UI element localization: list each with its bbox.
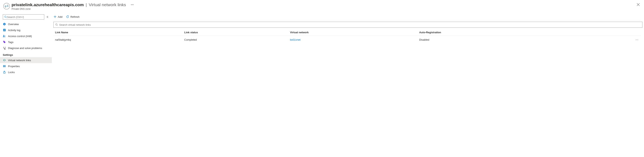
vnet-link[interactable]: bx01vnet — [290, 38, 300, 41]
vnet-links-table: Link Name Link status Virtual network Au… — [54, 29, 641, 44]
add-button[interactable]: Add — [54, 15, 62, 18]
sidebar-group-settings: Settings — [0, 51, 52, 57]
svg-rect-15 — [5, 65, 6, 67]
svg-rect-16 — [4, 72, 6, 73]
sidebar-item-diagnose[interactable]: Diagnose and solve problems — [0, 45, 52, 51]
breadcrumb: Private DNS zone — [12, 8, 134, 10]
search-icon — [55, 23, 58, 26]
filter-search-input[interactable] — [59, 23, 640, 26]
sidebar-item-label: Overview — [8, 23, 19, 26]
svg-rect-6 — [4, 30, 5, 30]
access-control-icon — [3, 34, 6, 38]
resource-icon — [3, 3, 10, 10]
svg-rect-13 — [3, 65, 4, 67]
close-button[interactable] — [636, 3, 640, 6]
row-more-button[interactable]: ··· — [631, 36, 641, 44]
th-link-name[interactable]: Link Name — [54, 29, 183, 36]
sidebar-item-virtual-network-links[interactable]: Virtual network links — [0, 57, 52, 63]
cell-link-name: naf3taikjymkq — [54, 36, 183, 44]
svg-line-2 — [6, 17, 7, 18]
sidebar-item-locks[interactable]: Locks — [0, 69, 52, 75]
th-link-status[interactable]: Link status — [183, 29, 288, 36]
th-auto-registration[interactable]: Auto-Registration — [418, 29, 631, 36]
activity-log-icon — [3, 28, 6, 32]
sidebar-item-access-control[interactable]: Access control (IAM) — [0, 33, 52, 39]
toolbar: Add Refresh — [52, 12, 641, 20]
svg-rect-8 — [4, 31, 4, 31]
filter-search[interactable] — [54, 22, 642, 28]
th-virtual-network[interactable]: Virtual network — [288, 29, 418, 36]
overview-icon — [3, 22, 6, 26]
table-row[interactable]: naf3taikjymkq Completed bx01vnet Disable… — [54, 36, 641, 44]
svg-point-4 — [4, 24, 5, 24]
add-button-label: Add — [58, 15, 62, 18]
svg-point-12 — [5, 48, 6, 49]
main-content: Add Refresh Link Name Link status Virtua… — [52, 12, 644, 75]
diagnose-icon — [3, 46, 6, 50]
tags-icon — [3, 40, 6, 44]
title-section: Virtual network links — [89, 2, 126, 7]
svg-point-1 — [4, 16, 6, 18]
sidebar-item-activity-log[interactable]: Activity log — [0, 27, 52, 33]
page-title: privatelink.azurehealthcareapis.com | Vi… — [12, 2, 134, 8]
refresh-button[interactable]: Refresh — [66, 15, 80, 18]
sidebar-search[interactable] — [3, 14, 44, 20]
sidebar-item-label: Virtual network links — [8, 59, 31, 62]
sidebar-item-tags[interactable]: Tags — [0, 39, 52, 45]
svg-point-9 — [4, 35, 4, 36]
sidebar-item-overview[interactable]: Overview — [0, 21, 52, 27]
refresh-icon — [66, 15, 69, 18]
svg-point-17 — [56, 24, 57, 25]
sidebar-item-label: Access control (IAM) — [8, 35, 32, 38]
cell-link-status: Completed — [183, 36, 288, 44]
vnet-links-icon — [3, 58, 6, 62]
locks-icon — [3, 70, 6, 74]
plus-icon — [54, 15, 56, 18]
title-separator: | — [86, 2, 87, 7]
header-more-button[interactable]: ··· — [131, 2, 134, 8]
cell-virtual-network: bx01vnet — [288, 36, 418, 44]
refresh-button-label: Refresh — [70, 15, 80, 18]
sidebar-search-input[interactable] — [7, 16, 43, 18]
sidebar-item-label: Tags — [8, 41, 13, 44]
divider — [54, 20, 641, 20]
sidebar-item-label: Locks — [8, 71, 15, 74]
search-icon — [4, 16, 7, 18]
page-header: privatelink.azurehealthcareapis.com | Vi… — [0, 0, 644, 12]
title-resource-name: privatelink.azurehealthcareapis.com — [12, 2, 84, 7]
sidebar-item-label: Properties — [8, 65, 20, 68]
cell-auto-registration: Disabled — [418, 36, 631, 44]
sidebar-item-label: Diagnose and solve problems — [8, 46, 42, 50]
collapse-sidebar-button[interactable] — [46, 15, 49, 18]
svg-rect-14 — [4, 65, 5, 67]
sidebar: Overview Activity log Access control (IA… — [0, 12, 52, 75]
svg-point-10 — [4, 35, 6, 36]
svg-line-18 — [57, 25, 58, 26]
svg-rect-7 — [4, 30, 5, 30]
sidebar-item-label: Activity log — [8, 29, 20, 32]
properties-icon — [3, 64, 6, 68]
sidebar-item-properties[interactable]: Properties — [0, 63, 52, 69]
svg-point-11 — [4, 41, 4, 42]
